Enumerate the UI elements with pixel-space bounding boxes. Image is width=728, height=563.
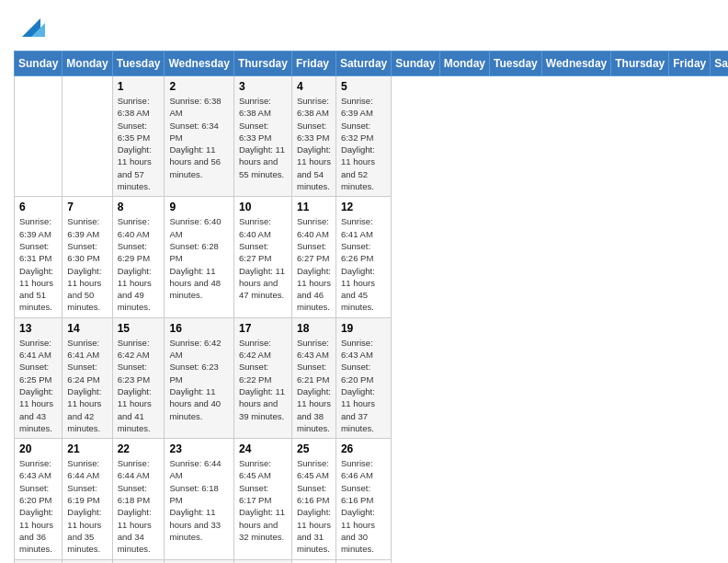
day-number: 9: [169, 201, 228, 213]
column-header-saturday: Saturday: [711, 52, 728, 76]
calendar-cell: [63, 76, 112, 197]
calendar-week-4: 27Sunrise: 6:46 AMSunset: 6:15 PMDayligh…: [15, 559, 729, 563]
calendar-week-2: 13Sunrise: 6:41 AMSunset: 6:25 PMDayligh…: [15, 317, 729, 438]
calendar-cell: 7Sunrise: 6:39 AMSunset: 6:30 PMDaylight…: [63, 197, 112, 317]
day-number: 12: [341, 201, 386, 213]
calendar-cell: [291, 559, 336, 563]
day-info: Sunrise: 6:44 AMSunset: 6:18 PMDaylight:…: [169, 457, 228, 543]
calendar-cell: 5Sunrise: 6:39 AMSunset: 6:32 PMDaylight…: [336, 76, 391, 197]
logo: [14, 14, 45, 41]
day-number: 4: [297, 80, 331, 93]
day-info: Sunrise: 6:38 AMSunset: 6:34 PMDaylight:…: [169, 95, 228, 180]
day-info: Sunrise: 6:42 AMSunset: 6:23 PMDaylight:…: [118, 337, 160, 434]
calendar-cell: [15, 76, 63, 197]
day-info: Sunrise: 6:42 AMSunset: 6:23 PMDaylight:…: [169, 337, 228, 422]
day-number: 11: [297, 201, 331, 213]
day-info: Sunrise: 6:43 AMSunset: 6:20 PMDaylight:…: [19, 457, 57, 555]
day-info: Sunrise: 6:40 AMSunset: 6:27 PMDaylight:…: [239, 215, 287, 301]
day-number: 6: [19, 201, 57, 213]
column-header-tuesday: Tuesday: [489, 52, 541, 76]
day-number: 2: [169, 80, 228, 93]
calendar-cell: 25Sunrise: 6:45 AMSunset: 6:16 PMDayligh…: [291, 439, 336, 559]
day-info: Sunrise: 6:39 AMSunset: 6:30 PMDaylight:…: [67, 215, 107, 313]
calendar-cell: 17Sunrise: 6:42 AMSunset: 6:22 PMDayligh…: [233, 317, 291, 438]
column-header-sunday: Sunday: [15, 52, 63, 76]
day-info: Sunrise: 6:38 AMSunset: 6:35 PMDaylight:…: [118, 95, 160, 192]
day-number: 5: [341, 80, 386, 93]
calendar-cell: 9Sunrise: 6:40 AMSunset: 6:28 PMDaylight…: [165, 197, 233, 317]
day-number: 18: [297, 322, 331, 335]
calendar-cell: 13Sunrise: 6:41 AMSunset: 6:25 PMDayligh…: [15, 317, 63, 438]
column-header-tuesday: Tuesday: [112, 52, 165, 76]
day-number: 3: [239, 80, 287, 93]
column-header-friday: Friday: [669, 52, 711, 76]
column-header-monday: Monday: [439, 52, 489, 76]
day-number: 14: [67, 322, 107, 335]
logo-icon: [17, 14, 45, 41]
calendar-cell: 1Sunrise: 6:38 AMSunset: 6:35 PMDaylight…: [112, 76, 165, 197]
day-info: Sunrise: 6:43 AMSunset: 6:20 PMDaylight:…: [341, 337, 386, 434]
calendar-header-row: SundayMondayTuesdayWednesdayThursdayFrid…: [15, 52, 729, 76]
day-number: 15: [118, 322, 160, 335]
day-number: 10: [239, 201, 287, 213]
day-number: 24: [239, 442, 287, 455]
day-info: Sunrise: 6:42 AMSunset: 6:22 PMDaylight:…: [239, 337, 287, 422]
calendar-cell: 10Sunrise: 6:40 AMSunset: 6:27 PMDayligh…: [233, 197, 291, 317]
calendar-table: SundayMondayTuesdayWednesdayThursdayFrid…: [14, 51, 728, 563]
day-number: 13: [19, 322, 57, 335]
day-number: 23: [169, 442, 228, 455]
day-number: 20: [19, 442, 57, 455]
day-number: 8: [118, 201, 160, 213]
calendar-cell: 23Sunrise: 6:44 AMSunset: 6:18 PMDayligh…: [165, 439, 233, 559]
calendar-cell: 28Sunrise: 6:47 AMSunset: 6:14 PMDayligh…: [63, 559, 112, 563]
calendar-cell: 27Sunrise: 6:46 AMSunset: 6:15 PMDayligh…: [15, 559, 63, 563]
calendar-cell: 14Sunrise: 6:41 AMSunset: 6:24 PMDayligh…: [63, 317, 112, 438]
column-header-wednesday: Wednesday: [165, 52, 233, 76]
calendar-cell: 15Sunrise: 6:42 AMSunset: 6:23 PMDayligh…: [112, 317, 165, 438]
calendar-cell: 8Sunrise: 6:40 AMSunset: 6:29 PMDaylight…: [112, 197, 165, 317]
day-info: Sunrise: 6:44 AMSunset: 6:18 PMDaylight:…: [118, 457, 160, 555]
day-number: 22: [118, 442, 160, 455]
day-number: 16: [169, 322, 228, 335]
calendar-cell: 16Sunrise: 6:42 AMSunset: 6:23 PMDayligh…: [165, 317, 233, 438]
calendar-cell: 4Sunrise: 6:38 AMSunset: 6:33 PMDaylight…: [291, 76, 336, 197]
calendar-cell: 6Sunrise: 6:39 AMSunset: 6:31 PMDaylight…: [15, 197, 63, 317]
day-info: Sunrise: 6:43 AMSunset: 6:21 PMDaylight:…: [297, 337, 331, 434]
calendar-cell: 24Sunrise: 6:45 AMSunset: 6:17 PMDayligh…: [233, 439, 291, 559]
calendar-cell: 12Sunrise: 6:41 AMSunset: 6:26 PMDayligh…: [336, 197, 391, 317]
calendar-cell: 11Sunrise: 6:40 AMSunset: 6:27 PMDayligh…: [291, 197, 336, 317]
page-header: [14, 14, 714, 41]
column-header-wednesday: Wednesday: [541, 52, 610, 76]
column-header-monday: Monday: [63, 52, 112, 76]
column-header-thursday: Thursday: [611, 52, 669, 76]
calendar-cell: [336, 559, 391, 563]
column-header-sunday: Sunday: [392, 52, 439, 76]
calendar-cell: 21Sunrise: 6:44 AMSunset: 6:19 PMDayligh…: [63, 439, 112, 559]
day-number: 17: [239, 322, 287, 335]
day-info: Sunrise: 6:40 AMSunset: 6:29 PMDaylight:…: [118, 215, 160, 313]
day-info: Sunrise: 6:45 AMSunset: 6:17 PMDaylight:…: [239, 457, 287, 543]
calendar-week-3: 20Sunrise: 6:43 AMSunset: 6:20 PMDayligh…: [15, 439, 729, 559]
column-header-thursday: Thursday: [233, 52, 291, 76]
day-info: Sunrise: 6:41 AMSunset: 6:24 PMDaylight:…: [67, 337, 107, 434]
day-info: Sunrise: 6:39 AMSunset: 6:31 PMDaylight:…: [19, 215, 57, 313]
day-info: Sunrise: 6:44 AMSunset: 6:19 PMDaylight:…: [67, 457, 107, 555]
day-number: 21: [67, 442, 107, 455]
day-info: Sunrise: 6:39 AMSunset: 6:32 PMDaylight:…: [341, 95, 386, 192]
calendar-cell: 19Sunrise: 6:43 AMSunset: 6:20 PMDayligh…: [336, 317, 391, 438]
calendar-cell: 20Sunrise: 6:43 AMSunset: 6:20 PMDayligh…: [15, 439, 63, 559]
calendar-cell: 3Sunrise: 6:38 AMSunset: 6:33 PMDaylight…: [233, 76, 291, 197]
day-number: 19: [341, 322, 386, 335]
column-header-saturday: Saturday: [336, 52, 391, 76]
calendar-cell: 31Sunrise: 6:48 AMSunset: 6:13 PMDayligh…: [233, 559, 291, 563]
day-info: Sunrise: 6:40 AMSunset: 6:28 PMDaylight:…: [169, 215, 228, 301]
calendar-cell: 22Sunrise: 6:44 AMSunset: 6:18 PMDayligh…: [112, 439, 165, 559]
day-info: Sunrise: 6:46 AMSunset: 6:16 PMDaylight:…: [341, 457, 386, 555]
day-number: 1: [118, 80, 160, 93]
day-number: 7: [67, 201, 107, 213]
day-number: 25: [297, 442, 331, 455]
calendar-week-1: 6Sunrise: 6:39 AMSunset: 6:31 PMDaylight…: [15, 197, 729, 317]
calendar-week-0: 1Sunrise: 6:38 AMSunset: 6:35 PMDaylight…: [15, 76, 729, 197]
day-info: Sunrise: 6:38 AMSunset: 6:33 PMDaylight:…: [239, 95, 287, 180]
calendar-cell: 29Sunrise: 6:47 AMSunset: 6:14 PMDayligh…: [112, 559, 165, 563]
